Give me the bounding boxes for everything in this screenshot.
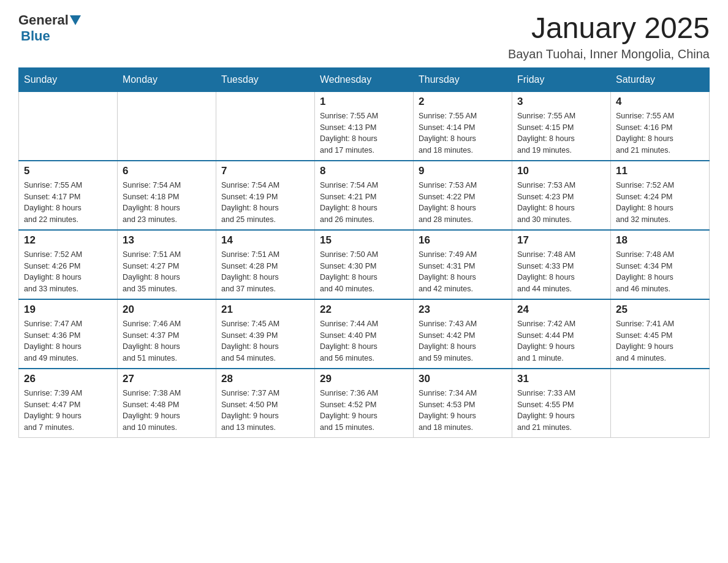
day-number: 5 xyxy=(24,165,112,177)
calendar-cell: 16Sunrise: 7:49 AMSunset: 4:31 PMDayligh… xyxy=(414,230,512,299)
day-info: Sunrise: 7:53 AMSunset: 4:23 PMDaylight:… xyxy=(517,180,605,226)
day-number: 10 xyxy=(517,165,605,177)
calendar-cell: 31Sunrise: 7:33 AMSunset: 4:55 PMDayligh… xyxy=(512,369,611,438)
day-number: 29 xyxy=(320,373,408,385)
day-info: Sunrise: 7:55 AMSunset: 4:17 PMDaylight:… xyxy=(24,180,112,226)
calendar-cell: 22Sunrise: 7:44 AMSunset: 4:40 PMDayligh… xyxy=(315,299,414,369)
column-header-friday: Friday xyxy=(512,67,611,91)
calendar-cell xyxy=(611,369,710,438)
day-info: Sunrise: 7:49 AMSunset: 4:31 PMDaylight:… xyxy=(419,249,507,295)
title-area: January 2025 Bayan Tuohai, Inner Mongoli… xyxy=(508,12,710,61)
day-number: 7 xyxy=(221,165,309,177)
calendar-cell xyxy=(118,91,216,161)
day-info: Sunrise: 7:55 AMSunset: 4:13 PMDaylight:… xyxy=(320,110,408,156)
day-info: Sunrise: 7:42 AMSunset: 4:44 PMDaylight:… xyxy=(517,318,605,364)
day-number: 20 xyxy=(123,304,211,316)
day-info: Sunrise: 7:47 AMSunset: 4:36 PMDaylight:… xyxy=(24,318,112,364)
calendar-cell: 28Sunrise: 7:37 AMSunset: 4:50 PMDayligh… xyxy=(216,369,315,438)
calendar-table: SundayMondayTuesdayWednesdayThursdayFrid… xyxy=(18,67,710,438)
calendar-cell: 10Sunrise: 7:53 AMSunset: 4:23 PMDayligh… xyxy=(512,161,611,230)
day-info: Sunrise: 7:55 AMSunset: 4:14 PMDaylight:… xyxy=(419,110,507,156)
calendar-cell: 7Sunrise: 7:54 AMSunset: 4:19 PMDaylight… xyxy=(216,161,315,230)
day-number: 13 xyxy=(123,234,211,247)
logo-general-text: General xyxy=(18,12,69,28)
calendar-cell: 12Sunrise: 7:52 AMSunset: 4:26 PMDayligh… xyxy=(19,230,118,299)
calendar-cell: 29Sunrise: 7:36 AMSunset: 4:52 PMDayligh… xyxy=(315,369,414,438)
day-info: Sunrise: 7:44 AMSunset: 4:40 PMDaylight:… xyxy=(320,318,408,364)
calendar-cell: 13Sunrise: 7:51 AMSunset: 4:27 PMDayligh… xyxy=(118,230,216,299)
calendar-cell: 17Sunrise: 7:48 AMSunset: 4:33 PMDayligh… xyxy=(512,230,611,299)
calendar-cell: 9Sunrise: 7:53 AMSunset: 4:22 PMDaylight… xyxy=(414,161,512,230)
day-number: 21 xyxy=(221,304,309,316)
calendar-cell: 14Sunrise: 7:51 AMSunset: 4:28 PMDayligh… xyxy=(216,230,315,299)
day-number: 15 xyxy=(320,234,408,247)
day-number: 2 xyxy=(419,96,507,108)
calendar-cell: 20Sunrise: 7:46 AMSunset: 4:37 PMDayligh… xyxy=(118,299,216,369)
day-info: Sunrise: 7:53 AMSunset: 4:22 PMDaylight:… xyxy=(419,180,507,226)
column-header-wednesday: Wednesday xyxy=(315,67,414,91)
calendar-week-row: 19Sunrise: 7:47 AMSunset: 4:36 PMDayligh… xyxy=(19,299,710,369)
day-info: Sunrise: 7:45 AMSunset: 4:39 PMDaylight:… xyxy=(221,318,309,364)
calendar-cell: 15Sunrise: 7:50 AMSunset: 4:30 PMDayligh… xyxy=(315,230,414,299)
calendar-header-row: SundayMondayTuesdayWednesdayThursdayFrid… xyxy=(19,67,710,91)
column-header-monday: Monday xyxy=(118,67,216,91)
day-info: Sunrise: 7:33 AMSunset: 4:55 PMDaylight:… xyxy=(517,388,605,434)
day-info: Sunrise: 7:51 AMSunset: 4:28 PMDaylight:… xyxy=(221,249,309,295)
day-info: Sunrise: 7:36 AMSunset: 4:52 PMDaylight:… xyxy=(320,388,408,434)
column-header-sunday: Sunday xyxy=(19,67,118,91)
calendar-cell xyxy=(216,91,315,161)
calendar-cell: 5Sunrise: 7:55 AMSunset: 4:17 PMDaylight… xyxy=(19,161,118,230)
day-number: 12 xyxy=(24,234,112,247)
day-info: Sunrise: 7:41 AMSunset: 4:45 PMDaylight:… xyxy=(616,318,704,364)
day-info: Sunrise: 7:52 AMSunset: 4:24 PMDaylight:… xyxy=(616,180,704,226)
calendar-cell: 25Sunrise: 7:41 AMSunset: 4:45 PMDayligh… xyxy=(611,299,710,369)
calendar-cell: 11Sunrise: 7:52 AMSunset: 4:24 PMDayligh… xyxy=(611,161,710,230)
calendar-cell: 3Sunrise: 7:55 AMSunset: 4:15 PMDaylight… xyxy=(512,91,611,161)
calendar-cell: 21Sunrise: 7:45 AMSunset: 4:39 PMDayligh… xyxy=(216,299,315,369)
calendar-cell: 6Sunrise: 7:54 AMSunset: 4:18 PMDaylight… xyxy=(118,161,216,230)
calendar-cell: 18Sunrise: 7:48 AMSunset: 4:34 PMDayligh… xyxy=(611,230,710,299)
day-info: Sunrise: 7:52 AMSunset: 4:26 PMDaylight:… xyxy=(24,249,112,295)
column-header-tuesday: Tuesday xyxy=(216,67,315,91)
calendar-week-row: 5Sunrise: 7:55 AMSunset: 4:17 PMDaylight… xyxy=(19,161,710,230)
column-header-thursday: Thursday xyxy=(414,67,512,91)
day-number: 16 xyxy=(419,234,507,247)
day-number: 30 xyxy=(419,373,507,385)
day-number: 4 xyxy=(616,96,704,108)
calendar-cell: 4Sunrise: 7:55 AMSunset: 4:16 PMDaylight… xyxy=(611,91,710,161)
day-info: Sunrise: 7:43 AMSunset: 4:42 PMDaylight:… xyxy=(419,318,507,364)
column-header-saturday: Saturday xyxy=(611,67,710,91)
calendar-week-row: 12Sunrise: 7:52 AMSunset: 4:26 PMDayligh… xyxy=(19,230,710,299)
day-number: 19 xyxy=(24,304,112,316)
svg-marker-0 xyxy=(70,15,81,25)
calendar-cell: 24Sunrise: 7:42 AMSunset: 4:44 PMDayligh… xyxy=(512,299,611,369)
calendar-week-row: 1Sunrise: 7:55 AMSunset: 4:13 PMDaylight… xyxy=(19,91,710,161)
day-number: 24 xyxy=(517,304,605,316)
day-number: 11 xyxy=(616,165,704,177)
day-number: 18 xyxy=(616,234,704,247)
day-info: Sunrise: 7:55 AMSunset: 4:16 PMDaylight:… xyxy=(616,110,704,156)
day-number: 1 xyxy=(320,96,408,108)
calendar-cell: 30Sunrise: 7:34 AMSunset: 4:53 PMDayligh… xyxy=(414,369,512,438)
calendar-cell: 27Sunrise: 7:38 AMSunset: 4:48 PMDayligh… xyxy=(118,369,216,438)
day-number: 23 xyxy=(419,304,507,316)
day-info: Sunrise: 7:48 AMSunset: 4:33 PMDaylight:… xyxy=(517,249,605,295)
day-number: 14 xyxy=(221,234,309,247)
day-number: 25 xyxy=(616,304,704,316)
logo-arrow-icon xyxy=(70,15,81,26)
calendar-cell: 26Sunrise: 7:39 AMSunset: 4:47 PMDayligh… xyxy=(19,369,118,438)
day-info: Sunrise: 7:51 AMSunset: 4:27 PMDaylight:… xyxy=(123,249,211,295)
day-number: 26 xyxy=(24,373,112,385)
month-title: January 2025 xyxy=(508,12,710,45)
location-title: Bayan Tuohai, Inner Mongolia, China xyxy=(508,47,710,61)
calendar-week-row: 26Sunrise: 7:39 AMSunset: 4:47 PMDayligh… xyxy=(19,369,710,438)
calendar-cell: 23Sunrise: 7:43 AMSunset: 4:42 PMDayligh… xyxy=(414,299,512,369)
day-info: Sunrise: 7:50 AMSunset: 4:30 PMDaylight:… xyxy=(320,249,408,295)
day-number: 3 xyxy=(517,96,605,108)
day-info: Sunrise: 7:46 AMSunset: 4:37 PMDaylight:… xyxy=(123,318,211,364)
logo: General Blue xyxy=(18,12,81,44)
day-number: 27 xyxy=(123,373,211,385)
day-number: 6 xyxy=(123,165,211,177)
logo-blue-text: Blue xyxy=(21,28,50,44)
day-number: 9 xyxy=(419,165,507,177)
